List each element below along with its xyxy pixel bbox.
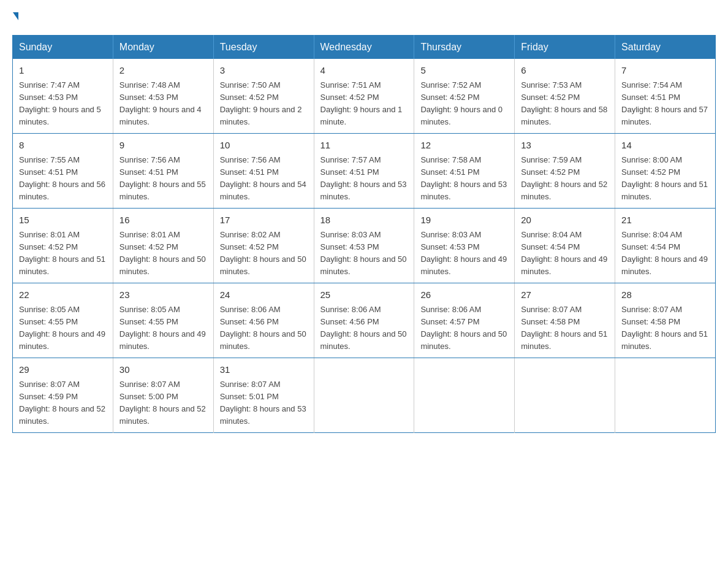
day-number: 27 [521, 288, 609, 302]
day-cell: 26Sunrise: 8:06 AMSunset: 4:57 PMDayligh… [414, 283, 515, 358]
day-number: 21 [621, 213, 709, 228]
day-number: 23 [119, 288, 207, 302]
day-number: 15 [19, 213, 107, 228]
day-info: Sunrise: 7:53 AMSunset: 4:52 PMDaylight:… [521, 79, 609, 129]
day-number: 14 [621, 139, 709, 153]
day-cell: 17Sunrise: 8:02 AMSunset: 4:52 PMDayligh… [213, 209, 314, 283]
day-cell: 31Sunrise: 8:07 AMSunset: 5:01 PMDayligh… [213, 358, 314, 433]
day-cell: 8Sunrise: 7:55 AMSunset: 4:51 PMDaylight… [13, 134, 113, 209]
day-info: Sunrise: 7:48 AMSunset: 4:53 PMDaylight:… [119, 79, 207, 129]
day-number: 10 [220, 139, 308, 153]
day-number: 1 [19, 64, 107, 78]
day-cell: 11Sunrise: 7:57 AMSunset: 4:51 PMDayligh… [314, 134, 414, 209]
day-number: 18 [320, 213, 408, 228]
week-row-2: 8Sunrise: 7:55 AMSunset: 4:51 PMDaylight… [13, 134, 716, 209]
day-info: Sunrise: 8:00 AMSunset: 4:52 PMDaylight:… [621, 154, 709, 204]
day-cell [515, 358, 615, 433]
day-number: 16 [119, 213, 207, 228]
day-cell: 19Sunrise: 8:03 AMSunset: 4:53 PMDayligh… [414, 209, 515, 283]
logo-arrow-icon [13, 12, 18, 20]
day-number: 5 [420, 64, 508, 78]
day-number: 19 [420, 213, 508, 228]
day-number: 26 [420, 288, 508, 302]
day-number: 31 [220, 363, 308, 377]
day-cell: 27Sunrise: 8:07 AMSunset: 4:58 PMDayligh… [515, 283, 615, 358]
day-cell: 22Sunrise: 8:05 AMSunset: 4:55 PMDayligh… [13, 283, 113, 358]
day-number: 6 [521, 64, 609, 78]
day-info: Sunrise: 7:55 AMSunset: 4:51 PMDaylight:… [19, 154, 107, 204]
day-number: 29 [19, 363, 107, 377]
day-cell: 21Sunrise: 8:04 AMSunset: 4:54 PMDayligh… [615, 209, 716, 283]
day-info: Sunrise: 8:04 AMSunset: 4:54 PMDaylight:… [521, 229, 609, 278]
day-cell [615, 358, 716, 433]
col-header-friday: Friday [515, 36, 615, 59]
day-info: Sunrise: 8:07 AMSunset: 5:00 PMDaylight:… [119, 378, 207, 428]
week-row-5: 29Sunrise: 8:07 AMSunset: 4:59 PMDayligh… [13, 358, 716, 433]
day-number: 11 [320, 139, 408, 153]
day-cell [314, 358, 414, 433]
day-info: Sunrise: 8:07 AMSunset: 4:59 PMDaylight:… [19, 378, 107, 428]
day-cell: 4Sunrise: 7:51 AMSunset: 4:52 PMDaylight… [314, 59, 414, 134]
day-cell: 2Sunrise: 7:48 AMSunset: 4:53 PMDaylight… [113, 59, 213, 134]
day-number: 17 [220, 213, 308, 228]
day-number: 9 [119, 139, 207, 153]
day-cell [414, 358, 515, 433]
day-info: Sunrise: 8:06 AMSunset: 4:56 PMDaylight:… [220, 304, 308, 353]
day-info: Sunrise: 8:01 AMSunset: 4:52 PMDaylight:… [119, 229, 207, 278]
day-cell: 18Sunrise: 8:03 AMSunset: 4:53 PMDayligh… [314, 209, 414, 283]
day-number: 3 [220, 64, 308, 78]
day-cell: 29Sunrise: 8:07 AMSunset: 4:59 PMDayligh… [13, 358, 113, 433]
week-row-1: 1Sunrise: 7:47 AMSunset: 4:53 PMDaylight… [13, 59, 716, 134]
day-cell: 14Sunrise: 8:00 AMSunset: 4:52 PMDayligh… [615, 134, 716, 209]
day-info: Sunrise: 8:07 AMSunset: 4:58 PMDaylight:… [521, 304, 609, 353]
day-cell: 25Sunrise: 8:06 AMSunset: 4:56 PMDayligh… [314, 283, 414, 358]
day-info: Sunrise: 8:06 AMSunset: 4:57 PMDaylight:… [420, 304, 508, 353]
calendar-header-row: SundayMondayTuesdayWednesdayThursdayFrid… [13, 36, 716, 59]
week-row-4: 22Sunrise: 8:05 AMSunset: 4:55 PMDayligh… [13, 283, 716, 358]
day-cell: 9Sunrise: 7:56 AMSunset: 4:51 PMDaylight… [113, 134, 213, 209]
day-number: 25 [320, 288, 408, 302]
col-header-wednesday: Wednesday [314, 36, 414, 59]
calendar-table: SundayMondayTuesdayWednesdayThursdayFrid… [12, 35, 716, 433]
day-info: Sunrise: 8:07 AMSunset: 4:58 PMDaylight:… [621, 304, 709, 353]
day-number: 4 [320, 64, 408, 78]
page-header [12, 12, 716, 23]
day-info: Sunrise: 7:51 AMSunset: 4:52 PMDaylight:… [320, 79, 408, 129]
day-info: Sunrise: 7:50 AMSunset: 4:52 PMDaylight:… [220, 79, 308, 129]
day-number: 30 [119, 363, 207, 377]
day-info: Sunrise: 7:57 AMSunset: 4:51 PMDaylight:… [320, 154, 408, 204]
day-info: Sunrise: 8:06 AMSunset: 4:56 PMDaylight:… [320, 304, 408, 353]
day-number: 8 [19, 139, 107, 153]
col-header-monday: Monday [113, 36, 213, 59]
day-cell: 12Sunrise: 7:58 AMSunset: 4:51 PMDayligh… [414, 134, 515, 209]
day-cell: 28Sunrise: 8:07 AMSunset: 4:58 PMDayligh… [615, 283, 716, 358]
day-info: Sunrise: 8:05 AMSunset: 4:55 PMDaylight:… [119, 304, 207, 353]
day-number: 20 [521, 213, 609, 228]
day-number: 22 [19, 288, 107, 302]
day-info: Sunrise: 7:59 AMSunset: 4:52 PMDaylight:… [521, 154, 609, 204]
day-cell: 24Sunrise: 8:06 AMSunset: 4:56 PMDayligh… [213, 283, 314, 358]
logo [12, 12, 18, 23]
day-info: Sunrise: 8:01 AMSunset: 4:52 PMDaylight:… [19, 229, 107, 278]
day-info: Sunrise: 8:05 AMSunset: 4:55 PMDaylight:… [19, 304, 107, 353]
day-info: Sunrise: 7:58 AMSunset: 4:51 PMDaylight:… [420, 154, 508, 204]
day-info: Sunrise: 8:03 AMSunset: 4:53 PMDaylight:… [420, 229, 508, 278]
day-info: Sunrise: 7:47 AMSunset: 4:53 PMDaylight:… [19, 79, 107, 129]
day-cell: 6Sunrise: 7:53 AMSunset: 4:52 PMDaylight… [515, 59, 615, 134]
day-cell: 5Sunrise: 7:52 AMSunset: 4:52 PMDaylight… [414, 59, 515, 134]
day-cell: 1Sunrise: 7:47 AMSunset: 4:53 PMDaylight… [13, 59, 113, 134]
day-cell: 20Sunrise: 8:04 AMSunset: 4:54 PMDayligh… [515, 209, 615, 283]
day-cell: 7Sunrise: 7:54 AMSunset: 4:51 PMDaylight… [615, 59, 716, 134]
day-info: Sunrise: 8:02 AMSunset: 4:52 PMDaylight:… [220, 229, 308, 278]
day-cell: 16Sunrise: 8:01 AMSunset: 4:52 PMDayligh… [113, 209, 213, 283]
day-number: 12 [420, 139, 508, 153]
day-info: Sunrise: 7:56 AMSunset: 4:51 PMDaylight:… [119, 154, 207, 204]
day-number: 13 [521, 139, 609, 153]
day-cell: 13Sunrise: 7:59 AMSunset: 4:52 PMDayligh… [515, 134, 615, 209]
day-cell: 30Sunrise: 8:07 AMSunset: 5:00 PMDayligh… [113, 358, 213, 433]
day-info: Sunrise: 8:04 AMSunset: 4:54 PMDaylight:… [621, 229, 709, 278]
col-header-saturday: Saturday [615, 36, 716, 59]
col-header-tuesday: Tuesday [213, 36, 314, 59]
day-cell: 23Sunrise: 8:05 AMSunset: 4:55 PMDayligh… [113, 283, 213, 358]
day-info: Sunrise: 8:07 AMSunset: 5:01 PMDaylight:… [220, 378, 308, 428]
